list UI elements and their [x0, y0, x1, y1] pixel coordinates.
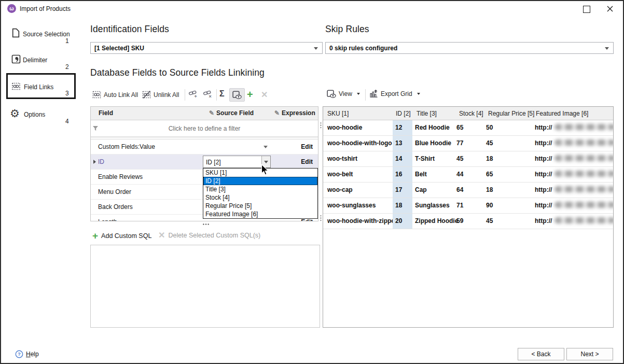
- identification-fields-heading: Identification Fields: [90, 24, 169, 35]
- cell-sku: woo-cap: [327, 183, 393, 198]
- sidebar-item-options[interactable]: Options: [24, 111, 45, 118]
- expression-sigma-button[interactable]: Σ: [219, 89, 225, 99]
- unlink-all-button[interactable]: Unlink All: [142, 90, 179, 99]
- mapping-row-id[interactable]: ID ID [2] Edit: [91, 155, 318, 170]
- redacted-url-blur: [554, 139, 614, 146]
- step-number: 4: [65, 118, 69, 125]
- sidebar-item-delimiter[interactable]: Delimiter: [23, 57, 47, 64]
- link-plus-icon: +: [188, 90, 198, 99]
- pencil-icon: ✎: [274, 109, 280, 117]
- source-dropdown-arrow-icon[interactable]: [264, 221, 268, 221]
- export-grid-button[interactable]: Export Grid: [369, 89, 420, 98]
- column-header-source-field[interactable]: ✎Source Field: [209, 109, 254, 117]
- dropdown-option[interactable]: Title [3]: [203, 185, 317, 193]
- back-button[interactable]: < Back: [518, 348, 564, 360]
- unlink-icon: [142, 90, 151, 99]
- table-resize-grip[interactable]: [202, 223, 210, 225]
- cell-id: 12: [393, 120, 412, 135]
- titlebar: ω Import of Products: [1, 1, 623, 17]
- cell-image: http://: [535, 120, 613, 135]
- export-grid-icon: [369, 89, 378, 98]
- custom-sql-editor[interactable]: [90, 245, 320, 328]
- grid-header-sku[interactable]: SKU [1]: [327, 110, 349, 117]
- cell-title: Red Hoodie: [415, 120, 459, 135]
- mapping-row-custom-fields-value[interactable]: Custom Fields:Value Edit: [91, 139, 318, 155]
- preview-grid-body: woo-hoodie 12 Red Hoodie 65 50 http:// w…: [323, 120, 613, 229]
- source-field-dropdown[interactable]: SKU [1] ID [2] Title [3] Stock [4] Regul…: [203, 168, 318, 219]
- edit-link[interactable]: Edit: [301, 143, 313, 150]
- cell-title: Sunglasses: [415, 198, 459, 213]
- sidebar-item-source-selection[interactable]: Source Selection: [23, 31, 70, 38]
- cell-sku: woo-hoodie: [327, 120, 393, 135]
- cell-title: Cap: [415, 183, 459, 198]
- grid-row[interactable]: woo-tshirt 14 T-Shirt 45 18 http://: [323, 151, 613, 167]
- maximize-button[interactable]: [583, 6, 590, 13]
- close-button[interactable]: [606, 5, 614, 13]
- redacted-url-blur: [554, 217, 614, 223]
- cell-image: http://: [535, 136, 613, 151]
- pencil-icon: ✎: [209, 109, 214, 117]
- cell-stock: 59: [456, 214, 482, 229]
- remove-link-button[interactable]: ×: [203, 90, 213, 101]
- dropdown-option[interactable]: SKU [1]: [203, 169, 317, 177]
- cell-price: 65: [486, 167, 532, 182]
- gear-icon: ⚙: [10, 108, 20, 119]
- delete-custom-sql-button-disabled: ✕ Delete Selected Custom SQL(s): [158, 231, 260, 240]
- chevron-down-icon: [357, 93, 360, 95]
- plus-icon: +: [92, 231, 98, 241]
- grid-header-image[interactable]: Featured Image [6]: [536, 110, 588, 117]
- dropdown-option[interactable]: ID [2]: [203, 177, 317, 185]
- add-link-button[interactable]: +: [188, 90, 198, 101]
- grid-row[interactable]: woo-hoodie 12 Red Hoodie 65 50 http://: [323, 120, 613, 136]
- grid-row[interactable]: woo-hoodie-with-logo 13 Blue Hoodie 77 4…: [323, 136, 613, 151]
- panel-splitter-grip[interactable]: [320, 215, 322, 221]
- dropdown-option[interactable]: Regular Price [5]: [203, 202, 317, 210]
- redacted-url-blur: [554, 155, 614, 161]
- cell-price: 45: [486, 136, 532, 151]
- cell-stock: 71: [456, 198, 482, 213]
- cell-title: Belt: [415, 167, 459, 182]
- identification-fields-select[interactable]: [1 Selected] SKU: [90, 42, 323, 54]
- redacted-url-blur: [554, 171, 614, 177]
- grid-row[interactable]: woo-cap 17 Cap 64 18 http://: [323, 183, 613, 198]
- cell-stock: 45: [456, 151, 482, 166]
- preview-grid-header: SKU [1] ID [2] Title [3] Stock [4] Regul…: [323, 107, 613, 120]
- cell-price: 18: [486, 183, 532, 198]
- grid-header-title[interactable]: Title [3]: [417, 110, 437, 117]
- grid-header-stock[interactable]: Stock [4]: [459, 110, 483, 117]
- cell-image: http://: [535, 183, 613, 198]
- close-icon: [606, 5, 614, 13]
- auto-link-all-button[interactable]: Auto Link All: [92, 90, 138, 99]
- auto-link-icon: [92, 90, 101, 99]
- cell-stock: 64: [456, 183, 482, 198]
- filter-row[interactable]: Click here to define a filter: [91, 120, 318, 137]
- mapping-table-header: Field ✎Source Field ✎Expression: [91, 107, 318, 120]
- svg-text:?: ?: [18, 351, 21, 357]
- column-header-field[interactable]: Field: [99, 109, 113, 117]
- view-menu-button[interactable]: View: [327, 90, 360, 98]
- grid-row[interactable]: woo-sunglasses 18 Sunglasses 71 90 http:…: [323, 198, 613, 214]
- help-button[interactable]: ? Help: [15, 350, 39, 358]
- column-header-expression[interactable]: ✎Expression: [274, 109, 315, 117]
- dropdown-option[interactable]: Featured Image [6]: [203, 210, 317, 218]
- dropdown-option[interactable]: Stock [4]: [203, 193, 317, 202]
- edit-link[interactable]: Edit: [301, 158, 313, 165]
- grid-header-price[interactable]: Regular Price [5]: [488, 110, 534, 117]
- sidebar-item-field-links[interactable]: Field Links: [24, 83, 53, 91]
- grid-row[interactable]: woo-hoodie-with-zipper 20 Zipped Hoodie …: [323, 214, 613, 229]
- preview-toggle-button[interactable]: [229, 88, 245, 102]
- grid-header-id[interactable]: ID [2]: [396, 110, 411, 117]
- add-custom-sql-button[interactable]: + Add Custom SQL: [92, 231, 151, 241]
- svg-text:×: ×: [209, 94, 212, 99]
- chevron-down-icon: [264, 161, 268, 163]
- add-row-button[interactable]: +: [247, 89, 253, 100]
- current-row-marker-icon: [93, 160, 96, 164]
- skip-rules-select[interactable]: 0 skip rules configured: [325, 42, 614, 54]
- panel-splitter-grip[interactable]: [320, 122, 322, 129]
- next-button[interactable]: Next >: [566, 348, 613, 360]
- cell-price: 45: [486, 214, 532, 229]
- cell-sku: woo-sunglasses: [327, 198, 393, 213]
- cell-sku: woo-hoodie-with-logo: [327, 136, 393, 151]
- source-dropdown-arrow-icon[interactable]: [264, 146, 268, 148]
- grid-row[interactable]: woo-belt 16 Belt 44 65 http://: [323, 167, 613, 183]
